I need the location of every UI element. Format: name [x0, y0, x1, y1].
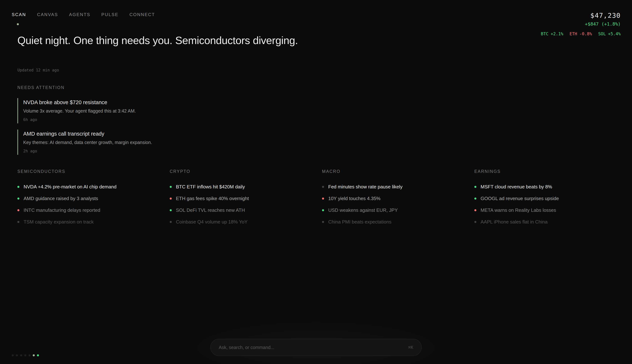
status-dot-neutral-icon — [322, 186, 324, 188]
news-item[interactable]: AAPL iPhone sales flat in China — [474, 216, 614, 228]
command-bar[interactable]: ⌘K — [210, 339, 422, 356]
news-item[interactable]: ETH gas fees spike 40% overnight — [170, 192, 309, 204]
status-dot-neutral-icon — [17, 221, 19, 223]
news-list: BTC ETF inflows hit $420M daily ETH gas … — [170, 181, 309, 228]
page-indicator — [12, 354, 39, 356]
page-dot-secondary-active[interactable] — [33, 354, 35, 356]
nav-item-canvas[interactable]: CANVAS — [37, 12, 58, 18]
status-dot-neutral-icon — [170, 221, 172, 223]
news-text: NVDA +4.2% pre-market on AI chip demand — [24, 184, 117, 190]
nav-item-label: CONNECT — [129, 12, 155, 17]
attention-item[interactable]: AMD earnings call transcript ready Key t… — [17, 130, 273, 155]
news-item[interactable]: TSM capacity expansion on track — [17, 216, 157, 228]
attention-description: Volume 3x average. Your agent flagged th… — [23, 108, 273, 114]
portfolio-value: $47,230 — [541, 12, 621, 19]
status-dot-down-icon — [170, 198, 172, 200]
column-earnings: EARNINGS MSFT cloud revenue beats by 8% … — [474, 169, 614, 228]
nav-item-label: CANVAS — [37, 12, 58, 17]
attention-time: 6h ago — [23, 118, 273, 122]
command-shortcut-hint: ⌘K — [408, 345, 413, 350]
top-nav: SCAN CANVAS AGENTS PULSE CONNECT — [12, 12, 155, 18]
news-item[interactable]: Fed minutes show rate pause likely — [322, 181, 462, 192]
news-list: MSFT cloud revenue beats by 8% GOOGL ad … — [474, 181, 614, 228]
news-item[interactable]: BTC ETF inflows hit $420M daily — [170, 181, 309, 192]
page-dot[interactable] — [24, 354, 26, 356]
news-item[interactable]: 10Y yield touches 4.35% — [322, 192, 462, 204]
nav-item-label: SCAN — [12, 12, 26, 17]
page-dot[interactable] — [29, 354, 31, 356]
news-text: Coinbase Q4 volume up 18% YoY — [176, 219, 248, 225]
page-dot[interactable] — [12, 354, 14, 356]
ticker-btc: BTC +2.1% — [541, 32, 563, 36]
news-text: GOOGL ad revenue surprises upside — [481, 196, 559, 201]
page-title: Quiet night. One thing needs you. Semico… — [17, 33, 298, 48]
section-label: NEEDS ATTENTION — [17, 85, 273, 90]
status-dot-up-icon — [170, 186, 172, 188]
attention-title: NVDA broke above $720 resistance — [23, 99, 273, 106]
column-macro: MACRO Fed minutes show rate pause likely… — [322, 169, 462, 228]
news-item[interactable]: China PMI beats expectations — [322, 216, 462, 228]
news-item[interactable]: Coinbase Q4 volume up 18% YoY — [170, 216, 309, 228]
status-dot-down-icon — [17, 209, 19, 211]
nav-item-pulse[interactable]: PULSE — [101, 12, 119, 18]
nav-item-agents[interactable]: AGENTS — [69, 12, 91, 18]
news-text: BTC ETF inflows hit $420M daily — [176, 184, 245, 190]
nav-item-connect[interactable]: CONNECT — [129, 12, 155, 18]
command-input[interactable] — [219, 345, 405, 350]
column-semiconductors: SEMICONDUCTORS NVDA +4.2% pre-market on … — [17, 169, 157, 228]
status-dot-neutral-icon — [322, 221, 324, 223]
status-dot-up-icon — [322, 209, 324, 211]
attention-item[interactable]: NVDA broke above $720 resistance Volume … — [17, 98, 273, 123]
ticker-eth: ETH -0.8% — [569, 32, 592, 36]
column-crypto: CRYPTO BTC ETF inflows hit $420M daily E… — [170, 169, 309, 228]
attention-list: NVDA broke above $720 resistance Volume … — [17, 98, 273, 155]
news-text: MSFT cloud revenue beats by 8% — [481, 184, 552, 190]
news-text: China PMI beats expectations — [328, 219, 391, 225]
nav-item-label: AGENTS — [69, 12, 91, 17]
status-dot-up-icon — [17, 186, 19, 188]
status-dot-down-icon — [474, 209, 476, 211]
news-text: TSM capacity expansion on track — [24, 219, 94, 225]
page-dot-active[interactable] — [37, 354, 39, 356]
status-dot-up-icon — [17, 198, 19, 200]
news-item[interactable]: AMD guidance raised by 3 analysts — [17, 192, 157, 204]
attention-time: 2h ago — [23, 149, 273, 153]
news-text: Fed minutes show rate pause likely — [328, 184, 403, 190]
category-columns: SEMICONDUCTORS NVDA +4.2% pre-market on … — [17, 169, 614, 228]
status-dot-up-icon — [474, 186, 476, 188]
news-item[interactable]: USD weakens against EUR, JPY — [322, 204, 462, 216]
column-header: SEMICONDUCTORS — [17, 169, 157, 174]
ticker-change: +5.4% — [608, 32, 621, 36]
news-list: Fed minutes show rate pause likely 10Y y… — [322, 181, 462, 228]
news-list: NVDA +4.2% pre-market on AI chip demand … — [17, 181, 157, 228]
attention-description: Key themes: AI demand, data center growt… — [23, 140, 273, 145]
news-text: AAPL iPhone sales flat in China — [481, 219, 547, 225]
news-item[interactable]: GOOGL ad revenue surprises upside — [474, 192, 614, 204]
news-item[interactable]: NVDA +4.2% pre-market on AI chip demand — [17, 181, 157, 192]
portfolio-change: +$847 (+1.8%) — [541, 22, 621, 27]
news-item[interactable]: META warns on Reality Labs losses — [474, 204, 614, 216]
ticker-change: -0.8% — [579, 32, 592, 36]
news-text: AMD guidance raised by 3 analysts — [24, 196, 98, 201]
needs-attention-section: NEEDS ATTENTION NVDA broke above $720 re… — [17, 85, 273, 161]
page-dot[interactable] — [20, 354, 22, 356]
attention-title: AMD earnings call transcript ready — [23, 131, 273, 137]
portfolio-summary: $47,230 +$847 (+1.8%) BTC +2.1% ETH -0.8… — [541, 12, 621, 36]
news-text: META warns on Reality Labs losses — [481, 208, 556, 213]
news-text: 10Y yield touches 4.35% — [328, 196, 381, 201]
column-header: MACRO — [322, 169, 462, 174]
page-dot[interactable] — [16, 354, 18, 356]
news-text: SOL DeFi TVL reaches new ATH — [176, 208, 245, 213]
news-text: ETH gas fees spike 40% overnight — [176, 196, 249, 201]
status-dot-down-icon — [322, 198, 324, 200]
news-text: USD weakens against EUR, JPY — [328, 208, 398, 213]
ticker-symbol: ETH — [569, 32, 577, 36]
column-header: CRYPTO — [170, 169, 309, 174]
ticker-sol: SOL +5.4% — [598, 32, 621, 36]
nav-item-scan[interactable]: SCAN — [12, 12, 26, 18]
news-item[interactable]: INTC manufacturing delays reported — [17, 204, 157, 216]
ticker-strip: BTC +2.1% ETH -0.8% SOL +5.4% — [541, 32, 621, 36]
nav-item-label: PULSE — [101, 12, 119, 17]
news-item[interactable]: MSFT cloud revenue beats by 8% — [474, 181, 614, 192]
news-item[interactable]: SOL DeFi TVL reaches new ATH — [170, 204, 309, 216]
